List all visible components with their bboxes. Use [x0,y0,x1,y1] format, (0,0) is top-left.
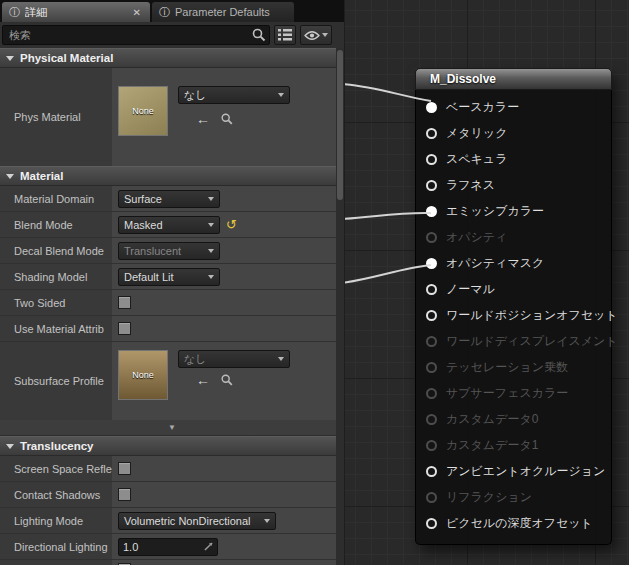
advanced-expander[interactable]: ▼ [0,420,344,436]
pin-icon[interactable] [426,102,437,113]
material-output-node[interactable]: M_Dissolve ベースカラー メタリック スペキュラ ラフネス エミッシブ… [415,68,612,545]
pin-normal[interactable]: ノーマル [416,276,611,302]
prop-label: Decal Blend Mode [0,238,112,263]
pin-metallic[interactable]: メタリック [416,120,611,146]
pin-icon[interactable] [426,336,437,347]
two-sided-row: Two Sided [0,290,344,316]
view-options-button[interactable] [274,25,296,45]
collapse-arrow-icon [6,174,14,179]
pin-icon[interactable] [426,284,437,295]
details-scrollbar[interactable] [336,48,344,565]
pin-label: スペキュラ [446,151,507,168]
subsurface-profile-row: Subsurface Profile None なし ← [0,342,344,420]
pin-world-position-offset[interactable]: ワールドポジションオフセット [416,302,611,328]
pin-icon[interactable] [426,258,437,269]
asset-thumbnail[interactable]: None [118,86,168,136]
pin-roughness[interactable]: ラフネス [416,172,611,198]
pin-icon[interactable] [426,518,437,529]
section-physical-material[interactable]: Physical Material [0,48,344,68]
drag-slider-icon [204,542,213,551]
pin-icon[interactable] [426,128,437,139]
pin-emissive-color[interactable]: エミッシブカラー [416,198,611,224]
search-input[interactable] [2,25,270,45]
pin-icon[interactable] [426,362,437,373]
scrollbar-thumb[interactable] [337,50,343,200]
browse-to-asset-icon[interactable] [220,373,234,387]
asset-thumbnail[interactable]: None [118,350,168,400]
pin-icon[interactable] [426,180,437,191]
section-translucency[interactable]: Translucency [0,436,344,456]
info-icon: ⓘ [9,7,20,18]
phys-material-row: Phys Material None なし ← [0,68,344,166]
pin-icon[interactable] [426,466,437,477]
dropdown-value: なし [184,352,207,367]
use-selected-asset-icon[interactable]: ← [196,112,210,126]
material-graph-canvas[interactable]: M_Dissolve ベースカラー メタリック スペキュラ ラフネス エミッシブ… [345,0,629,565]
dropdown-value: Default Lit [124,271,174,283]
phys-material-control: None なし ← [112,68,344,166]
subsurface-profile-dropdown[interactable]: なし [178,350,290,368]
shading-model-dropdown[interactable]: Default Lit [118,268,220,286]
reset-to-default-icon[interactable]: ↺ [226,218,237,231]
collapse-arrow-icon [6,444,14,449]
pin-icon[interactable] [426,440,437,451]
expander-arrow-icon: ▼ [168,424,176,432]
browse-to-asset-icon[interactable] [220,112,234,126]
screen-space-reflections-checkbox[interactable] [118,462,131,475]
phys-material-dropdown[interactable]: なし [178,86,290,104]
pin-tessellation-multiplier[interactable]: テッセレーション乗数 [416,354,611,380]
section-material[interactable]: Material [0,166,344,186]
pin-icon[interactable] [426,414,437,425]
lighting-mode-dropdown[interactable]: Volumetric NonDirectional [118,512,276,530]
visibility-filter-button[interactable] [300,25,332,45]
tab-parameter-defaults[interactable]: ⓘ Parameter Defaults [152,2,294,22]
pin-specular[interactable]: スペキュラ [416,146,611,172]
pin-refraction[interactable]: リフラクション [416,484,611,510]
blend-mode-dropdown[interactable]: Masked [118,216,220,234]
pin-icon[interactable] [426,388,437,399]
lighting-mode-row: Lighting Mode Volumetric NonDirectional [0,508,344,534]
chevron-down-icon [322,33,328,37]
pin-custom-data-0[interactable]: カスタムデータ0 [416,406,611,432]
pin-label: ラフネス [446,177,495,194]
number-value: 1.0 [123,541,138,553]
pin-icon[interactable] [426,206,437,217]
chevron-down-icon [278,357,284,361]
pin-icon[interactable] [426,310,437,321]
pin-pixel-depth-offset[interactable]: ピクセルの深度オフセット [416,510,611,536]
pin-custom-data-1[interactable]: カスタムデータ1 [416,432,611,458]
prop-label: Shading Model [0,264,112,289]
node-header[interactable]: M_Dissolve [415,68,612,90]
pin-world-displacement[interactable]: ワールドディスプレイスメント [416,328,611,354]
pin-icon[interactable] [426,154,437,165]
tab-details[interactable]: ⓘ 詳細 ✕ [2,2,150,22]
material-domain-dropdown[interactable]: Surface [118,190,220,208]
info-icon: ⓘ [159,7,170,18]
search-icon [251,27,267,43]
pin-ambient-occlusion[interactable]: アンビエントオクルージョン [416,458,611,484]
dropdown-value: なし [184,88,207,103]
pin-label: カスタムデータ1 [446,437,538,454]
two-sided-checkbox[interactable] [118,296,131,309]
close-icon[interactable]: ✕ [131,7,143,18]
contact-shadows-checkbox[interactable] [118,488,131,501]
prop-label: Screen Space Refle [0,456,112,481]
pin-icon[interactable] [426,492,437,503]
details-tabbar: ⓘ 詳細 ✕ ⓘ Parameter Defaults [0,0,344,22]
decal-blend-mode-dropdown[interactable]: Translucent [118,242,220,260]
pin-base-color[interactable]: ベースカラー [416,94,611,120]
prop-label [0,560,112,565]
directional-lighting-input[interactable]: 1.0 [118,538,218,556]
pin-subsurface-color[interactable]: サブサーフェスカラー [416,380,611,406]
pin-opacity-mask[interactable]: オパシティマスク [416,250,611,276]
pin-icon[interactable] [426,232,437,243]
directional-lighting-row: Directional Lighting 1.0 [0,534,344,560]
pin-opacity[interactable]: オパシティ [416,224,611,250]
use-selected-asset-icon[interactable]: ← [196,373,210,387]
prop-label: Subsurface Profile [0,342,112,420]
chevron-down-icon [208,275,214,279]
pin-label: エミッシブカラー [446,203,544,220]
screen-space-reflections-row: Screen Space Refle [0,456,344,482]
use-material-attrib-checkbox[interactable] [118,322,131,335]
section-title: Physical Material [20,52,113,64]
